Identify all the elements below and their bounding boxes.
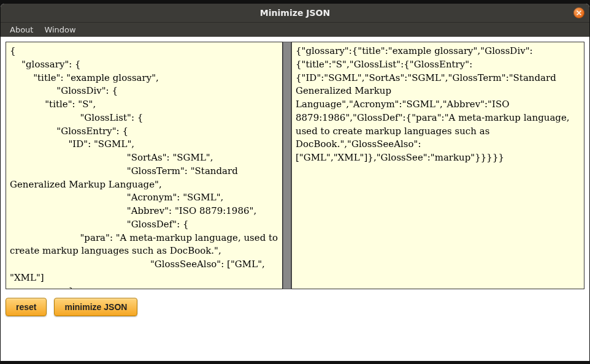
reset-button[interactable]: reset <box>6 298 47 316</box>
output-json-pane[interactable]: {"glossary":{"title":"example glossary",… <box>291 42 584 289</box>
button-row: reset minimize JSON <box>6 298 584 316</box>
input-json-pane[interactable]: { "glossary": { "title": "example glossa… <box>6 42 283 289</box>
client-area: { "glossary": { "title": "example glossa… <box>1 37 589 361</box>
close-button[interactable] <box>573 7 584 18</box>
minimize-json-button[interactable]: minimize JSON <box>54 298 137 316</box>
title-bar: Minimize JSON <box>1 4 589 22</box>
menu-window[interactable]: Window <box>39 24 81 36</box>
close-icon <box>576 8 582 18</box>
window-title: Minimize JSON <box>260 8 330 18</box>
pane-splitter[interactable] <box>283 42 291 289</box>
panes-container: { "glossary": { "title": "example glossa… <box>6 42 584 289</box>
menu-about[interactable]: About <box>4 24 39 36</box>
main-window: Minimize JSON About Window { "glossary":… <box>1 4 589 361</box>
menu-bar: About Window <box>1 22 589 37</box>
